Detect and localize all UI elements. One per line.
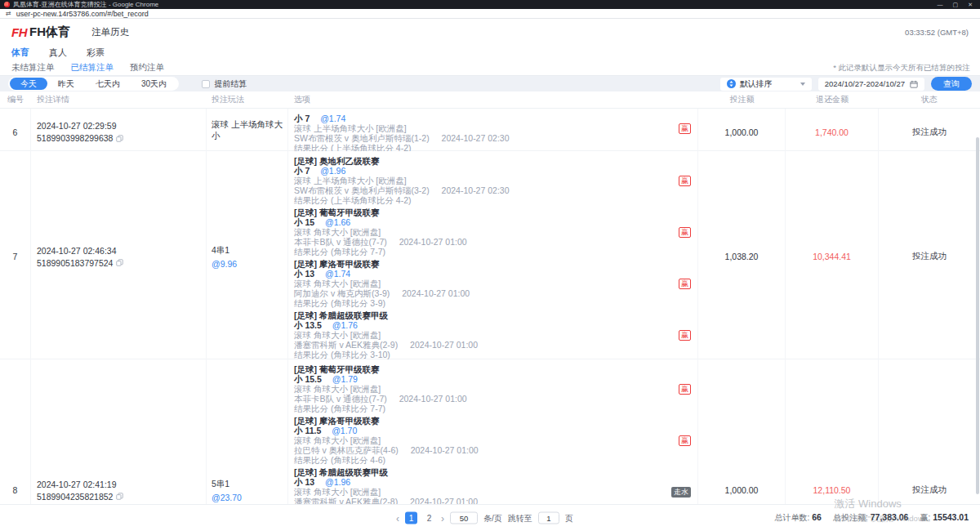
leg-match-time: 2024-10-27 01:00: [402, 288, 470, 298]
leg-result-badge: 赢: [679, 123, 691, 134]
total-win: 15543.01: [933, 512, 969, 522]
col-return-amount: 退还金额: [786, 91, 879, 108]
leg-league: [足球] 葡萄牙甲级联赛: [294, 207, 670, 217]
bet-number: 5189905183797524: [37, 258, 113, 268]
search-button[interactable]: 查询: [931, 77, 972, 91]
leg-option: 小 13.5: [294, 320, 322, 330]
minimize-icon[interactable]: —: [938, 0, 943, 9]
leg-option: 小 15: [294, 217, 314, 227]
sort-dropdown[interactable]: 默认排序: [720, 78, 812, 91]
leg-market: 滚球 角球大小 [欧洲盘]: [294, 279, 670, 288]
copy-icon[interactable]: [116, 135, 123, 142]
app-header: FH FH体育 注单历史 03:33:52 (GMT+8): [0, 19, 980, 45]
row-id: 7: [0, 151, 31, 362]
bet-leg: 小 7 @1.74 滚球 上半场角球大小 [欧洲盘] SW布雷根茨 v 奥地利卢…: [294, 114, 697, 153]
subtab-reserved[interactable]: 预约注单: [130, 62, 164, 74]
subtab-unsettled[interactable]: 未结算注单: [11, 62, 55, 74]
leg-league: [足球] 希腊超级联赛甲级: [294, 467, 670, 477]
pill-yesterday[interactable]: 昨天: [47, 78, 85, 90]
date-range-pills: 今天 昨天 七天内 30天内: [8, 77, 179, 91]
row-id: 6: [0, 109, 31, 155]
subtab-settled[interactable]: 已结算注单: [71, 62, 114, 74]
leg-match: 本菲卡B队 v 通德拉(7-7): [294, 394, 387, 404]
primary-tabs: 体育 真人 彩票: [0, 45, 980, 60]
date-range-input[interactable]: 2024/10/27-2024/10/27: [818, 78, 924, 91]
maximize-icon[interactable]: ▢: [953, 0, 959, 9]
leg-odds: @1.79: [332, 374, 358, 384]
leg-market: 滚球 上半场角球大小 [欧洲盘]: [294, 123, 670, 133]
logo-text: FH体育: [29, 25, 70, 40]
leg-odds: @1.74: [320, 114, 345, 123]
bet-leg: [足球] 摩洛哥甲级联赛 小 13 @1.74 滚球 角球大小 [欧洲盘] 阿加…: [294, 259, 697, 308]
pill-today[interactable]: 今天: [10, 78, 47, 90]
bet-leg: [足球] 摩洛哥甲级联赛 小 11.5 @1.70 滚球 角球大小 [欧洲盘] …: [294, 416, 697, 465]
tab-lottery[interactable]: 彩票: [87, 47, 105, 59]
page-size-unit: 条/页: [483, 512, 502, 524]
leg-match-time: 2024-10-27 01:00: [399, 237, 467, 247]
col-id: 编号: [0, 91, 31, 108]
window-title: 凤凰体育-亚洲在线体育竞猜投注 - Google Chrome: [13, 0, 158, 9]
leg-result: 结果比分 (角球比分 7-7): [294, 404, 670, 413]
page-title: 注单历史: [91, 26, 129, 38]
early-settle-checkbox[interactable]: 提前结算: [202, 78, 247, 90]
leg-match: 阿加迪尔 v 梅克内斯(3-9): [294, 288, 390, 298]
checkbox-label: 提前结算: [214, 78, 247, 90]
jump-page-input[interactable]: [538, 512, 559, 524]
leg-market: 滚球 角球大小 [欧洲盘]: [294, 330, 670, 340]
table-header: 编号 投注详情 投注玩法 选项 投注额 退还金额 状态: [0, 91, 980, 109]
col-play: 投注玩法: [207, 91, 288, 108]
leg-result-badge: 赢: [679, 279, 691, 289]
leg-option: 小 7: [294, 114, 310, 123]
leg-result: 结果比分 (角球比分 3-9): [294, 298, 670, 308]
table-row: 6 2024-10-27 02:29:59 5189903998299638 滚…: [0, 109, 980, 151]
windows-activation-watermark: 激活 Windows 转到“设置”以激活 Windows。: [834, 497, 935, 524]
return-amount: 10,344.41: [813, 252, 851, 261]
scrollbar[interactable]: [976, 137, 979, 494]
leg-league: [足球] 摩洛哥甲级联赛: [294, 259, 670, 269]
leg-market: 滚球 角球大小 [欧洲盘]: [294, 384, 670, 394]
pill-7days[interactable]: 七天内: [85, 78, 131, 90]
page-size-input[interactable]: [450, 512, 478, 524]
prev-page-icon[interactable]: ‹: [396, 514, 399, 522]
pagination: ‹ 1 2 › 条/页 跳转至 页: [396, 512, 573, 524]
copy-icon[interactable]: [116, 493, 123, 500]
legs: 小 7 @1.74 滚球 上半场角球大小 [欧洲盘] SW布雷根茨 v 奥地利卢…: [288, 109, 698, 155]
pill-30days[interactable]: 30天内: [131, 78, 177, 90]
leg-market: 滚球 上半场角球大小 [欧洲盘]: [294, 176, 670, 185]
play-odds: @23.70: [212, 493, 287, 502]
col-options: 选项: [288, 91, 698, 108]
jump-unit: 页: [565, 512, 573, 524]
next-page-icon[interactable]: ›: [441, 514, 444, 522]
leg-odds: @1.66: [325, 217, 350, 227]
copy-icon[interactable]: [116, 259, 123, 266]
url-text[interactable]: user-pc-new.14r53786.com/#/bet_record: [16, 10, 149, 18]
col-bet-amount: 投注额: [698, 91, 786, 108]
record-note: * 此记录默认显示今天所有已结算的投注: [833, 63, 970, 74]
logo-fh-mark: FH: [11, 25, 27, 39]
table-body: 6 2024-10-27 02:29:59 5189903998299638 滚…: [0, 109, 980, 531]
bet-number: 5189904235821852: [37, 492, 113, 502]
tab-sports[interactable]: 体育: [11, 47, 29, 59]
leg-market: 滚球 角球大小 [欧洲盘]: [294, 227, 670, 237]
leg-match: 本菲卡B队 v 通德拉(7-7): [294, 237, 387, 247]
leg-result-badge: 赢: [679, 435, 691, 446]
leg-result: 结果比分 (角球比分 7-7): [294, 247, 670, 257]
page-2[interactable]: 2: [423, 512, 435, 524]
leg-result: 结果比分 (上半场角球比分 4-2): [294, 195, 670, 205]
bet-number: 5189903998299638: [37, 133, 113, 143]
page-1[interactable]: 1: [405, 512, 417, 524]
table-row: 7 2024-10-27 02:46:34 5189905183797524 4…: [0, 151, 980, 359]
leg-odds: @1.96: [320, 166, 345, 176]
col-status: 状态: [879, 91, 980, 108]
url-bar[interactable]: ⇄ user-pc-new.14r53786.com/#/bet_record: [0, 9, 980, 19]
checkbox-icon[interactable]: [202, 80, 210, 88]
total-count: 66: [812, 512, 822, 522]
tab-live-casino[interactable]: 真人: [49, 47, 67, 59]
leg-result: 结果比分 (角球比分 4-6): [294, 455, 670, 465]
bet-leg: [足球] 葡萄牙甲级联赛 小 15 @1.66 滚球 角球大小 [欧洲盘] 本菲…: [294, 207, 697, 257]
legs: [足球] 奥地利乙级联赛 小 7 @1.96 滚球 上半场角球大小 [欧洲盘] …: [288, 151, 698, 362]
return-amount: 12,110.50: [813, 485, 851, 495]
play-type: 4串1: [212, 245, 287, 257]
leg-market: 滚球 角球大小 [欧洲盘]: [294, 487, 670, 497]
close-icon[interactable]: ✕: [968, 0, 973, 9]
